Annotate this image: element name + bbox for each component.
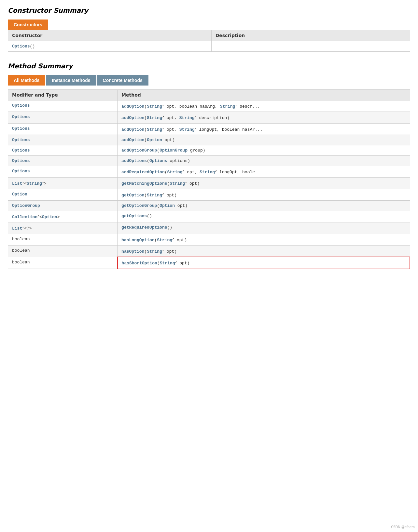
method-link[interactable]: addOptions xyxy=(121,158,147,163)
modifier-type-col-header: Modifier and Type xyxy=(8,90,118,100)
string-link[interactable]: String xyxy=(167,170,183,175)
concrete-methods-tab[interactable]: Concrete Methods xyxy=(97,75,148,86)
string-link2[interactable]: String xyxy=(200,170,215,175)
constructors-tab[interactable]: Constructors xyxy=(8,20,48,30)
type-cell: Options xyxy=(8,112,118,123)
string-type-link[interactable]: String xyxy=(27,181,42,186)
string-link2[interactable]: String xyxy=(220,104,235,109)
options-constructor-link[interactable]: Options xyxy=(12,44,30,49)
ext-icon: ↗ xyxy=(175,260,177,264)
options-link[interactable]: Options xyxy=(149,158,167,163)
option-type-link2[interactable]: Option xyxy=(42,215,57,219)
options-type-link[interactable]: Options xyxy=(12,126,30,131)
table-row: Options addOption(Option opt) xyxy=(8,135,410,145)
method-cell: getOptionGroup(Option opt) xyxy=(118,200,410,211)
all-methods-tab[interactable]: All Methods xyxy=(8,75,45,86)
type-cell: Option xyxy=(8,189,118,200)
ext-icon: ↗ xyxy=(172,237,174,241)
ext-icon: ↗ xyxy=(37,214,39,218)
table-row: Collection↗<Option> getOptions() xyxy=(8,211,410,222)
method-cell: getMatchingOptions(String↗ opt) xyxy=(118,178,410,189)
constructor-parens: () xyxy=(30,44,35,49)
type-cell: boolean xyxy=(8,234,118,245)
method-link[interactable]: addOptionGroup xyxy=(121,148,157,153)
method-link[interactable]: hasLongOption xyxy=(121,238,154,243)
string-link[interactable]: String xyxy=(160,261,175,266)
type-cell: OptionGroup xyxy=(8,200,118,211)
string-link[interactable]: String xyxy=(147,193,162,198)
method-cell: hasLongOption(String↗ opt) xyxy=(118,234,410,245)
method-link[interactable]: addOption xyxy=(121,104,144,109)
ext-icon2: ↗ xyxy=(215,169,217,173)
list-type-link2[interactable]: List xyxy=(12,226,22,231)
method-link[interactable]: addOption xyxy=(121,116,144,121)
table-row: Options addOptions(Options options) xyxy=(8,155,410,166)
type-cell: Options xyxy=(8,145,118,155)
highlighted-method-cell: hasShortOption(String↗ opt) xyxy=(118,257,410,269)
method-tab-bar: All Methods Instance Methods Concrete Me… xyxy=(8,75,410,86)
option-link[interactable]: Option xyxy=(147,138,162,142)
constructor-description-cell xyxy=(211,41,410,52)
options-type-link[interactable]: Options xyxy=(12,138,30,142)
table-row: OptionGroup getOptionGroup(Option opt) xyxy=(8,200,410,211)
optiongroup-type-link[interactable]: OptionGroup xyxy=(12,203,40,208)
options-type-link[interactable]: Options xyxy=(12,169,30,174)
method-cell: addOption(Option opt) xyxy=(118,135,410,145)
ext-icon2: ↗ xyxy=(195,115,197,118)
type-cell: Collection↗<Option> xyxy=(8,211,118,222)
string-link2[interactable]: String xyxy=(179,116,195,121)
table-row: Options addOption(String↗ opt, String↗ l… xyxy=(8,123,410,135)
option-type-link[interactable]: Option xyxy=(12,192,27,197)
method-cell: addOption(String↗ opt, String↗ longOpt, … xyxy=(118,123,410,135)
instance-methods-tab[interactable]: Instance Methods xyxy=(46,75,96,86)
constructor-table: Constructor Description Options() xyxy=(8,30,410,52)
type-cell: Options xyxy=(8,100,118,112)
method-link[interactable]: getMatchingOptions xyxy=(121,181,167,186)
ext-icon: ↗ xyxy=(162,103,164,107)
table-row: boolean hasShortOption(String↗ opt) xyxy=(8,257,410,269)
method-table: Modifier and Type Method Options addOpti… xyxy=(8,89,410,269)
collection-type-link[interactable]: Collection xyxy=(12,215,37,219)
string-link[interactable]: String xyxy=(147,127,162,132)
method-summary-title: Method Summary xyxy=(8,62,410,70)
string-link[interactable]: String xyxy=(147,116,162,121)
ext-icon2: ↗ xyxy=(42,180,44,184)
option-link[interactable]: Option xyxy=(160,203,175,208)
method-link[interactable]: getRequiredOptions xyxy=(121,225,167,230)
type-cell: List↗<?> xyxy=(8,222,118,234)
string-link2[interactable]: String xyxy=(179,127,195,132)
method-cell: addOption(String↗ opt, String↗ descripti… xyxy=(118,112,410,123)
constructor-tab-bar: Constructors xyxy=(8,20,410,30)
string-link[interactable]: String xyxy=(170,181,185,186)
options-type-link[interactable]: Options xyxy=(12,158,30,163)
method-link[interactable]: addOption xyxy=(121,127,144,132)
description-col-header: Description xyxy=(211,30,410,41)
ext-icon: ↗ xyxy=(185,180,187,184)
method-cell: hasOption(String↗ opt) xyxy=(118,245,410,257)
constructor-cell: Options() xyxy=(8,41,212,52)
method-link[interactable]: addRequiredOption xyxy=(121,170,165,175)
options-type-link[interactable]: Options xyxy=(12,148,30,153)
optiongroup-link[interactable]: OptionGroup xyxy=(160,148,188,153)
options-type-link[interactable]: Options xyxy=(12,103,30,108)
string-link[interactable]: String xyxy=(147,249,162,254)
method-link[interactable]: hasOption xyxy=(121,249,144,254)
constructor-table-header: Constructor Description xyxy=(8,30,410,41)
table-row: List↗<?> getRequiredOptions() xyxy=(8,222,410,234)
ext-icon: ↗ xyxy=(162,192,164,196)
type-cell: Options xyxy=(8,135,118,145)
has-short-option-method-link[interactable]: hasShortOption xyxy=(122,261,157,266)
string-link[interactable]: String xyxy=(147,104,162,109)
method-link[interactable]: getOption xyxy=(121,193,144,198)
method-link[interactable]: getOptionGroup xyxy=(121,203,157,208)
list-type-link[interactable]: List xyxy=(12,181,22,186)
method-cell: addOption(String↗ opt, boolean hasArg, S… xyxy=(118,100,410,112)
type-cell: Options xyxy=(8,166,118,177)
method-link[interactable]: getOptions xyxy=(121,214,147,219)
constructor-col-header: Constructor xyxy=(8,30,212,41)
string-link[interactable]: String xyxy=(157,238,172,243)
ext-icon: ↗ xyxy=(162,126,164,130)
options-type-link[interactable]: Options xyxy=(12,114,30,119)
method-link[interactable]: addOption xyxy=(121,138,144,142)
method-table-header: Modifier and Type Method xyxy=(8,90,410,100)
